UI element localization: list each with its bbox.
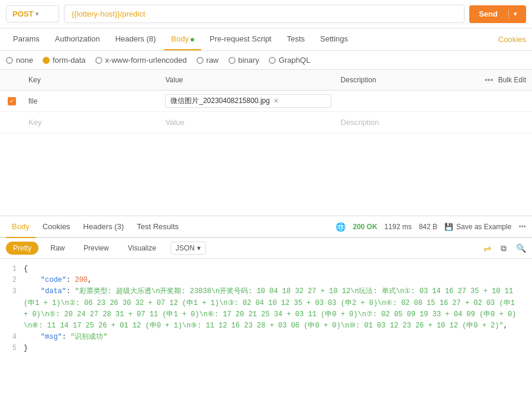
line-num-3: 3 (0, 286, 24, 332)
cookies-link[interactable]: Cookies (498, 35, 526, 44)
code-line-5: 5 } (0, 343, 532, 354)
empty-value-placeholder: Value (165, 118, 184, 127)
body-type-row: none form-data x-www-form-urlencoded raw… (0, 51, 532, 70)
method-chevron-icon: ▾ (36, 11, 38, 17)
code-line-1: 1 { (0, 264, 532, 275)
line-num-4: 4 (0, 332, 24, 343)
response-meta: 🌐 200 OK 1192 ms 842 B 💾 Save as Example… (336, 222, 526, 232)
row-key-value: file (28, 97, 37, 105)
radio-urlencoded-dot (95, 57, 102, 64)
response-tab-headers[interactable]: Headers (3) (78, 216, 130, 238)
line-content-1: { (24, 264, 532, 275)
save-icon: 💾 (444, 223, 453, 231)
radio-binary-dot (228, 57, 236, 64)
radio-binary[interactable]: binary (228, 56, 259, 65)
format-preview-button[interactable]: Preview (76, 242, 116, 255)
row-desc-cell (336, 99, 473, 104)
tab-body[interactable]: Body (164, 28, 201, 50)
line-content-5: } (24, 343, 532, 354)
copy-icon[interactable]: ⧉ (501, 243, 507, 253)
line-num-2: 2 (0, 275, 24, 286)
empty-desc-cell[interactable]: Description (336, 115, 473, 129)
file-name: 微信图片_20230408215800.jpg (170, 96, 269, 106)
radio-raw-dot (196, 57, 204, 64)
radio-none-dot (6, 57, 13, 64)
json-chevron-icon: ▾ (197, 244, 201, 252)
radio-urlencoded[interactable]: x-www-form-urlencoded (95, 56, 187, 65)
response-code-area: 1 { 2 "code": 200, 3 "data": "彩票类型: 超级大乐… (0, 259, 532, 359)
col-check-header (0, 73, 24, 86)
table-header: Key Value Description ••• Bulk Edit (0, 70, 532, 91)
line-num-5: 5 (0, 343, 24, 354)
send-button[interactable]: Send ▾ (469, 5, 526, 23)
radio-none[interactable]: none (6, 56, 33, 65)
col-value-header: Value (160, 73, 336, 86)
checkmark-icon: ✓ (9, 98, 14, 104)
line-content-3: "data": "彩票类型: 超级大乐透\n开奖期: 23038\n开奖号码: … (24, 286, 532, 332)
status-text: OK (367, 223, 378, 231)
response-size: 842 B (419, 223, 437, 231)
radio-graphql-dot (269, 57, 276, 64)
response-tabs: Body Cookies Headers (3) Test Results 🌐 … (0, 216, 532, 238)
format-row: Pretty Raw Preview Visualize JSON ▾ ⇌ ⧉ … (0, 238, 532, 259)
json-format-select[interactable]: JSON ▾ (170, 242, 206, 255)
row-check-cell: ✓ (0, 97, 24, 105)
line-num-1: 1 (0, 264, 24, 275)
tab-params[interactable]: Params (6, 28, 47, 50)
tab-authorization[interactable]: Authorization (48, 28, 107, 50)
response-tab-body[interactable]: Body (6, 216, 36, 238)
empty-body-area (0, 133, 532, 216)
response-tab-cookies[interactable]: Cookies (37, 216, 76, 238)
file-tag: 微信图片_20230408215800.jpg ✕ (165, 94, 331, 108)
wrap-icon[interactable]: ⇌ (483, 243, 491, 254)
header-dots-icon[interactable]: ••• (485, 75, 494, 85)
save-example-button[interactable]: 💾 Save as Example (444, 223, 511, 231)
row-value-cell: 微信图片_20230408215800.jpg ✕ (160, 92, 336, 110)
bulk-edit-button[interactable]: Bulk Edit (498, 76, 526, 84)
col-desc-header: Description (336, 73, 473, 86)
response-more-icon[interactable]: ••• (518, 223, 526, 231)
globe-icon: 🌐 (336, 222, 346, 232)
empty-key-cell[interactable]: Key (24, 115, 160, 129)
code-line-2: 2 "code": 200, (0, 275, 532, 286)
radio-raw[interactable]: raw (196, 56, 219, 65)
search-icon[interactable]: 🔍 (516, 243, 526, 253)
response-tab-testresults[interactable]: Test Results (131, 216, 185, 238)
table-row: ✓ file 微信图片_20230408215800.jpg ✕ (0, 91, 532, 112)
col-key-header: Key (24, 73, 160, 86)
tab-prerequest[interactable]: Pre-request Script (202, 28, 279, 50)
tab-settings[interactable]: Settings (313, 28, 355, 50)
body-active-dot (191, 38, 194, 41)
status-badge: 200 OK (353, 223, 377, 231)
request-bar: POST ▾ Send ▾ (0, 0, 532, 28)
radio-formdata[interactable]: form-data (43, 56, 86, 65)
response-time: 1192 ms (385, 223, 412, 231)
row-key-cell: file (24, 95, 160, 108)
send-divider (508, 9, 509, 19)
code-line-4: 4 "msg": "识别成功" (0, 332, 532, 343)
method-select[interactable]: POST ▾ (6, 5, 59, 23)
url-input[interactable] (64, 5, 465, 23)
tab-tests[interactable]: Tests (280, 28, 312, 50)
status-code: 200 (353, 223, 365, 231)
row-checkbox[interactable]: ✓ (8, 97, 16, 105)
tab-headers[interactable]: Headers (8) (108, 28, 163, 50)
send-chevron-icon: ▾ (514, 11, 517, 17)
send-label: Send (479, 9, 504, 18)
col-actions-header: ••• Bulk Edit (473, 73, 532, 86)
line-content-2: "code": 200, (24, 275, 532, 286)
format-raw-button[interactable]: Raw (43, 242, 72, 255)
method-label: POST (12, 9, 33, 18)
line-content-4: "msg": "识别成功" (24, 332, 532, 343)
json-format-label: JSON (176, 244, 195, 252)
file-remove-icon[interactable]: ✕ (273, 97, 279, 105)
empty-value-cell[interactable]: Value (160, 115, 336, 129)
radio-graphql[interactable]: GraphQL (269, 56, 310, 65)
format-pretty-button[interactable]: Pretty (6, 242, 38, 255)
empty-desc-placeholder: Description (341, 118, 379, 127)
empty-table-row: Key Value Description (0, 112, 532, 133)
request-tabs: Params Authorization Headers (8) Body Pr… (0, 28, 532, 51)
format-visualize-button[interactable]: Visualize (121, 242, 163, 255)
radio-formdata-dot (43, 57, 50, 64)
empty-key-placeholder: Key (28, 118, 41, 127)
